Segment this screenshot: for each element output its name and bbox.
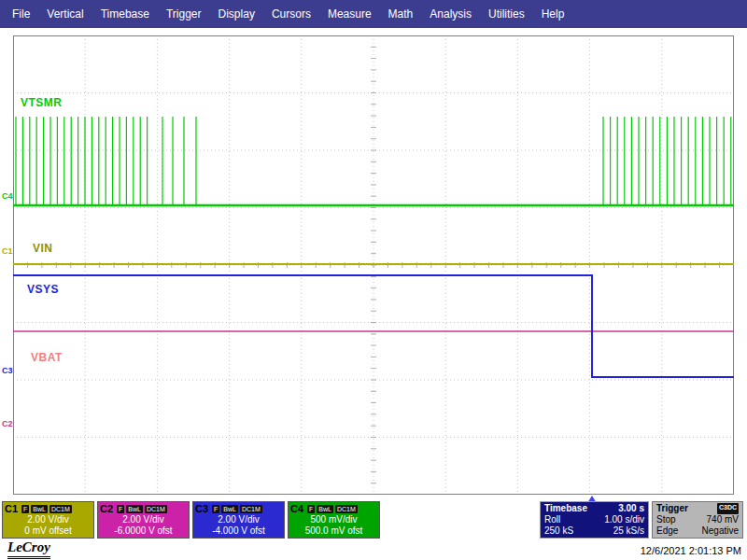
coupling-badge: F (117, 505, 124, 513)
menu-item-timebase[interactable]: Timebase (92, 7, 158, 21)
menu-item-display[interactable]: Display (210, 7, 263, 21)
coupling-badge: F (21, 505, 29, 513)
trigger-title: Trigger (656, 503, 688, 514)
menu-item-measure[interactable]: Measure (319, 7, 380, 21)
timebase-points: 250 kS (544, 525, 573, 537)
bandwidth-badge: BwL (317, 505, 333, 513)
timebase-per-div: 1.00 s/div (604, 514, 644, 525)
menu-item-file[interactable]: File (4, 7, 38, 21)
channel-id-c2: C2 (100, 503, 113, 514)
trigger-source-badge: C3DC (717, 503, 739, 514)
trigger-level: 740 mV (707, 514, 739, 525)
trace-label-vin: VIN (33, 242, 53, 255)
timebase-value: 3.00 s (618, 503, 644, 514)
menu-item-cursors[interactable]: Cursors (263, 7, 319, 21)
impedance-badge: DC1M (49, 505, 72, 513)
impedance-badge: DC1M (145, 505, 167, 513)
channel-offset-c4: 500.0 mV ofst (290, 525, 377, 537)
bandwidth-badge: BwL (31, 505, 48, 513)
channel-id-c1: C1 (5, 503, 18, 514)
trigger-descriptor[interactable]: Trigger C3DC Stop 740 mV Edge Negative (652, 501, 743, 539)
lecroy-logo: LeCroy (7, 539, 50, 559)
channel-id-c4: C4 (290, 503, 303, 514)
trigger-state: Stop (656, 514, 676, 525)
impedance-badge: DC1M (240, 505, 262, 513)
coupling-badge: F (212, 505, 219, 513)
channel-descriptor-c4[interactable]: C4 F BwL DC1M 500 mV/div 500.0 mV ofst (288, 501, 380, 539)
bandwidth-badge: BwL (126, 505, 143, 513)
descriptor-row: C1 F BwL DC1M 2.00 V/div 0 mV offset C2 … (2, 501, 380, 539)
channel-descriptor-c1[interactable]: C1 F BwL DC1M 2.00 V/div 0 mV offset (2, 501, 94, 539)
waveform-display (13, 35, 734, 495)
trigger-type: Edge (656, 525, 678, 537)
ground-marker-c3[interactable]: C3 (2, 366, 13, 375)
menu-item-utilities[interactable]: Utilities (480, 7, 533, 21)
ground-marker-c2[interactable]: C2 (2, 419, 13, 428)
channel-scale-c3: 2.00 V/div (195, 514, 282, 525)
menu-item-help[interactable]: Help (533, 7, 573, 21)
channel-scale-c2: 2.00 V/div (100, 514, 187, 525)
timebase-mode: Roll (544, 514, 560, 525)
scope-grid: VTSMR VIN VSYS VBAT (13, 35, 734, 495)
timebase-rate: 25 kS/s (613, 525, 644, 537)
channel-descriptor-c2[interactable]: C2 F BwL DC1M 2.00 V/div -6.0000 V ofst (97, 501, 190, 539)
channel-offset-c1: 0 mV offset (5, 525, 92, 537)
menu-item-math[interactable]: Math (380, 7, 422, 21)
menu-item-vertical[interactable]: Vertical (38, 7, 92, 21)
channel-scale-c4: 500 mV/div (290, 514, 377, 525)
coupling-badge: F (307, 505, 315, 513)
menu-item-trigger[interactable]: Trigger (158, 7, 210, 21)
trace-label-vtsmr: VTSMR (21, 96, 63, 109)
timebase-title: Timebase (544, 503, 587, 514)
channel-offset-c2: -6.0000 V ofst (100, 525, 187, 537)
channel-descriptor-c3[interactable]: C3 F BwL DC1M 2.00 V/div -4.000 V ofst (192, 501, 285, 539)
ground-marker-c4[interactable]: C4 (2, 191, 13, 201)
channel-offset-c3: -4.000 V ofst (195, 525, 282, 537)
status-datetime: 12/6/2021 2:01:13 PM (641, 545, 741, 556)
trace-label-vsys: VSYS (27, 283, 59, 296)
timebase-descriptor[interactable]: Timebase 3.00 s Roll 1.00 s/div 250 kS 2… (540, 501, 649, 539)
trigger-slope: Negative (702, 525, 739, 537)
ground-marker-c1[interactable]: C1 (2, 246, 13, 256)
bandwidth-badge: BwL (221, 505, 238, 513)
trace-label-vbat: VBAT (31, 351, 63, 364)
channel-id-c3: C3 (195, 503, 208, 514)
impedance-badge: DC1M (335, 505, 358, 513)
channel-scale-c1: 2.00 V/div (5, 514, 92, 525)
menu-bar: File Vertical Timebase Trigger Display C… (0, 0, 747, 28)
menu-item-analysis[interactable]: Analysis (421, 7, 480, 21)
